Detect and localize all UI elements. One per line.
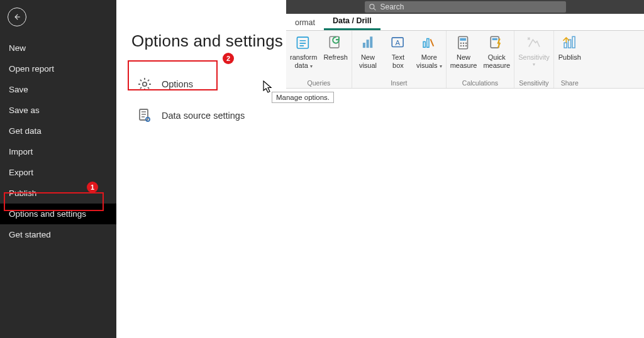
menu-item-save[interactable]: Save — [0, 79, 116, 100]
svg-point-17 — [463, 45, 464, 46]
quick-measure-button[interactable]: Quick measure — [483, 33, 510, 69]
svg-rect-9 — [423, 41, 425, 47]
ribbon-group-sensitivity: Sensitivity ▾ Sensitivity — [514, 31, 554, 88]
ribbon-group-share: Publish Share — [554, 31, 586, 88]
svg-rect-21 — [564, 43, 567, 48]
menu-item-import[interactable]: Import — [0, 141, 116, 162]
title-bar: Search — [286, 0, 644, 14]
svg-point-15 — [465, 43, 467, 44]
transform-data-icon — [294, 33, 313, 52]
refresh-icon — [326, 33, 345, 52]
quick-measure-icon — [487, 33, 506, 52]
new-visual-icon — [358, 33, 377, 52]
svg-rect-5 — [367, 40, 369, 48]
svg-rect-20 — [492, 38, 497, 40]
chevron-down-icon: ▾ — [533, 62, 535, 67]
menu-item-publish[interactable]: Publish — [0, 183, 116, 204]
tab-data-drill[interactable]: Data / Drill — [324, 13, 380, 30]
ribbon-tabs: ormat Data / Drill — [286, 14, 644, 31]
svg-rect-10 — [427, 39, 429, 48]
ribbon-group-insert: New visual A Text box More visuals ▾ Ins… — [352, 31, 447, 88]
more-visuals-button[interactable]: More visuals ▾ — [416, 33, 442, 69]
new-measure-icon — [454, 33, 473, 52]
options-label: Options — [162, 79, 193, 89]
publish-button[interactable]: Publish — [558, 33, 582, 69]
menu-item-options-and-settings[interactable]: Options and settings — [0, 204, 116, 224]
svg-point-14 — [463, 43, 464, 44]
new-measure-button[interactable]: New measure — [450, 33, 477, 69]
text-box-button[interactable]: A Text box — [386, 33, 410, 69]
publish-icon — [560, 33, 579, 52]
refresh-button[interactable]: Refresh — [323, 33, 348, 69]
svg-rect-6 — [370, 36, 372, 48]
svg-rect-22 — [568, 40, 570, 48]
sensitivity-icon — [525, 33, 543, 52]
menu-item-export[interactable]: Export — [0, 162, 116, 183]
svg-rect-4 — [363, 43, 365, 48]
group-label-sensitivity: Sensitivity — [519, 78, 548, 87]
menu-item-get-data[interactable]: Get data — [0, 121, 116, 141]
group-label-queries: Queries — [308, 78, 331, 87]
new-visual-button[interactable]: New visual — [356, 33, 380, 69]
sensitivity-button: Sensitivity ▾ — [518, 33, 550, 67]
text-box-icon: A — [389, 33, 408, 52]
canvas-area — [286, 89, 644, 338]
svg-rect-12 — [460, 38, 466, 41]
search-box[interactable]: Search — [365, 1, 566, 13]
file-menu-sidebar: New Open report Save Save as Get data Im… — [0, 0, 116, 338]
menu-item-open-report[interactable]: Open report — [0, 58, 116, 79]
ribbon-group-calculations: New measure Quick measure Calculations — [447, 31, 515, 88]
panel-title: Options and settings — [131, 31, 286, 51]
svg-point-0 — [369, 4, 374, 8]
ribbon-body: ransform data ▾ Refresh Queries New visu… — [286, 31, 644, 89]
menu-item-get-started[interactable]: Get started — [0, 224, 116, 245]
arrow-left-icon — [13, 13, 21, 21]
svg-line-1 — [374, 8, 375, 10]
gear-icon — [136, 76, 153, 92]
group-label-share: Share — [561, 78, 579, 87]
options-and-settings-panel: Options and settings Options Data source… — [116, 0, 286, 338]
chevron-down-icon: ▾ — [440, 63, 442, 69]
group-label-calculations: Calculations — [462, 78, 498, 87]
data-source-settings-label: Data source settings — [162, 111, 245, 121]
search-icon — [369, 3, 377, 11]
group-label-insert: Insert — [391, 78, 407, 87]
search-placeholder: Search — [380, 3, 404, 11]
svg-point-16 — [460, 45, 462, 46]
svg-text:A: A — [395, 39, 400, 46]
svg-point-18 — [465, 45, 467, 46]
svg-rect-23 — [572, 36, 575, 48]
options-row[interactable]: Options — [131, 68, 286, 100]
data-source-settings-icon — [136, 107, 153, 124]
transform-data-button[interactable]: ransform data ▾ — [290, 33, 317, 69]
menu-item-new[interactable]: New — [0, 38, 116, 58]
svg-point-13 — [460, 43, 462, 44]
ribbon-group-queries: ransform data ▾ Refresh Queries — [286, 31, 352, 88]
tab-format[interactable]: ormat — [286, 15, 324, 30]
chevron-down-icon: ▾ — [310, 63, 313, 69]
svg-point-24 — [143, 82, 147, 86]
menu-item-save-as[interactable]: Save as — [0, 100, 116, 121]
more-visuals-icon — [419, 33, 438, 52]
back-button[interactable] — [8, 8, 26, 26]
data-source-settings-row[interactable]: Data source settings — [131, 100, 286, 131]
